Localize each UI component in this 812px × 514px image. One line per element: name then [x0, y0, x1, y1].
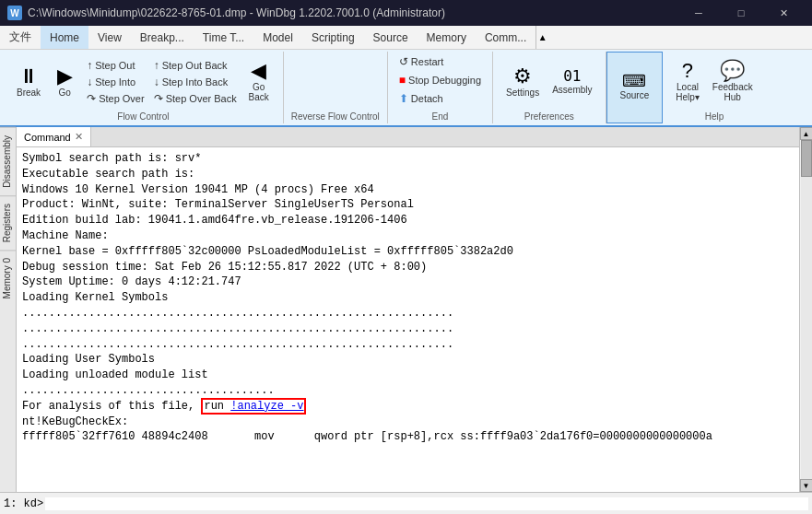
menu-scripting[interactable]: Scripting [302, 26, 364, 49]
go-back-label: GoBack [249, 82, 269, 102]
ribbon-content: ⏸ Break ▶ Go ↑ Step Out ↓ Step Into [0, 50, 812, 125]
vertical-tabs: Disassembly Registers Memory 0 [0, 127, 17, 492]
step-into-back-button[interactable]: ↓ Step Into Back [150, 74, 241, 90]
menu-time-travel[interactable]: Time T... [194, 26, 253, 49]
ribbon-group-source: ⌨ Source [606, 52, 664, 123]
menu-bar: 文件 Home View Breakp... Time T... Model S… [0, 26, 812, 50]
command-tab-bar: Command ✕ [17, 127, 799, 147]
output-line-6: Kernel base = 0xfffff805`32c00000 PsLoad… [22, 244, 794, 260]
source-icon: ⌨ [622, 73, 646, 89]
ribbon-group-reverse-flow: Reverse Flow Control [284, 52, 388, 123]
step-out-back-button[interactable]: ↑ Step Out Back [150, 57, 241, 74]
help-buttons: ? LocalHelp▾ 💬 FeedbackHub [670, 53, 759, 110]
preferences-buttons: ⚙ Settings 01 Assembly [500, 53, 598, 110]
settings-label: Settings [506, 88, 539, 98]
menu-breakpoints[interactable]: Breakp... [131, 26, 194, 49]
ribbon-group-help: ? LocalHelp▾ 💬 FeedbackHub Help [663, 52, 766, 123]
ribbon-group-flow-control: ⏸ Break ▶ Go ↑ Step Out ↓ Step Into [4, 52, 284, 123]
command-window: Command ✕ Symbol search path is: srv* Ex… [17, 127, 799, 492]
restart-label: Restart [411, 56, 443, 67]
step-back-buttons-column: ↑ Step Out Back ↓ Step Into Back ↷ Step … [150, 57, 241, 107]
scroll-down-button[interactable]: ▼ [800, 479, 813, 492]
vertical-tab-registers[interactable]: Registers [0, 195, 16, 250]
output-line-17: nt!KeBugCheckEx: [22, 415, 794, 430]
close-button[interactable]: ✕ [762, 0, 805, 26]
step-out-back-label: Step Out Back [162, 60, 228, 71]
vertical-tab-memory[interactable]: Memory 0 [0, 250, 16, 306]
output-line-7: Debug session time: Sat Feb 26 15:12:55.… [22, 260, 794, 275]
feedback-hub-label: FeedbackHub [712, 82, 753, 102]
source-label: Source [620, 90, 650, 100]
vertical-scrollbar: ▲ ▼ [799, 127, 812, 492]
analyze-link[interactable]: !analyze -v [230, 400, 303, 413]
output-line-4: Edition build lab: 19041.1.amd64fre.vb_r… [22, 213, 794, 228]
settings-button[interactable]: ⚙ Settings [500, 64, 545, 99]
menu-memory[interactable]: Memory [418, 26, 476, 49]
settings-icon: ⚙ [513, 66, 532, 87]
step-out-button[interactable]: ↑ Step Out [83, 57, 148, 74]
step-over-button[interactable]: ↷ Step Over [83, 90, 148, 107]
output-line-18: fffff805`32ff7610 48894c2408 mov qword p… [22, 429, 794, 445]
menu-home[interactable]: Home [41, 26, 88, 49]
command-tab: Command ✕ [17, 127, 91, 146]
step-into-back-icon: ↓ [154, 76, 159, 88]
local-help-button[interactable]: ? LocalHelp▾ [670, 59, 705, 104]
go-button[interactable]: ▶ Go [48, 64, 81, 99]
menu-model[interactable]: Model [253, 26, 302, 49]
output-line-10: ........................................… [22, 306, 794, 321]
detach-button[interactable]: ⬆ Detach [395, 90, 447, 107]
analyze-highlight-box: run !analyze -v [201, 398, 306, 415]
output-line-0: Symbol search path is: srv* [22, 151, 794, 167]
restart-button[interactable]: ↺ Restart [395, 53, 447, 70]
scroll-thumb[interactable] [801, 140, 812, 177]
assembly-button[interactable]: 01 Assembly [547, 67, 597, 97]
output-line-15: ...................................... [22, 383, 794, 399]
scroll-up-button[interactable]: ▲ [800, 127, 813, 140]
stop-debugging-button[interactable]: ■ Stop Debugging [395, 72, 485, 88]
step-into-label: Step Into [95, 76, 135, 88]
end-label: End [432, 111, 449, 122]
menu-source[interactable]: Source [364, 26, 418, 49]
source-buttons: ⌨ Source [615, 54, 655, 119]
title-bar: W C:\Windows\Minidump\022622-8765-01.dmp… [0, 0, 812, 26]
menu-file[interactable]: 文件 [0, 26, 41, 49]
step-over-label: Step Over [99, 93, 145, 104]
status-bar: 1: kd> [0, 492, 812, 514]
minimize-button[interactable]: ─ [677, 0, 720, 26]
step-over-back-button[interactable]: ↷ Step Over Back [150, 90, 241, 107]
vertical-tab-disassembly[interactable]: Disassembly [0, 127, 16, 195]
step-over-icon: ↷ [87, 92, 96, 105]
step-into-back-label: Step Into Back [162, 76, 229, 88]
command-input[interactable] [45, 497, 808, 510]
main-area: Disassembly Registers Memory 0 Command ✕… [0, 127, 812, 492]
output-line-9: Loading Kernel Symbols [22, 290, 794, 306]
break-button[interactable]: ⏸ Break [11, 64, 46, 99]
maximize-button[interactable]: □ [720, 0, 762, 26]
scroll-track[interactable] [801, 140, 812, 479]
step-into-button[interactable]: ↓ Step Into [83, 74, 148, 90]
reverse-flow-label: Reverse Flow Control [291, 111, 380, 122]
feedback-hub-button[interactable]: 💬 FeedbackHub [707, 59, 759, 104]
step-over-back-icon: ↷ [154, 92, 163, 105]
flow-control-buttons: ⏸ Break ▶ Go ↑ Step Out ↓ Step Into [11, 53, 276, 110]
menu-comm[interactable]: Comm... [476, 26, 535, 49]
go-icon: ▶ [57, 66, 73, 87]
go-back-button[interactable]: ◀ GoBack [242, 59, 276, 104]
command-tab-close[interactable]: ✕ [75, 131, 83, 143]
step-buttons-column: ↑ Step Out ↓ Step Into ↷ Step Over [83, 57, 148, 107]
step-out-icon: ↑ [87, 59, 92, 72]
ribbon-collapse-button[interactable]: ▲ [535, 26, 548, 49]
app-icon: W [7, 6, 22, 20]
detach-label: Detach [411, 93, 443, 104]
break-label: Break [17, 88, 41, 98]
feedback-hub-icon: 💬 [720, 61, 745, 81]
stop-debugging-icon: ■ [399, 74, 406, 87]
menu-view[interactable]: View [88, 26, 131, 49]
output-line-13: Loading User Symbols [22, 352, 794, 368]
end-buttons: ↺ Restart ■ Stop Debugging ⬆ Detach [395, 53, 485, 110]
output-line-3: Product: WinNt, suite: TerminalServer Si… [22, 197, 794, 213]
output-line-8: System Uptime: 0 days 4:12:21.747 [22, 275, 794, 290]
window-controls: ─ □ ✕ [677, 0, 805, 26]
source-button[interactable]: ⌨ Source [615, 71, 655, 102]
step-into-icon: ↓ [87, 76, 92, 88]
